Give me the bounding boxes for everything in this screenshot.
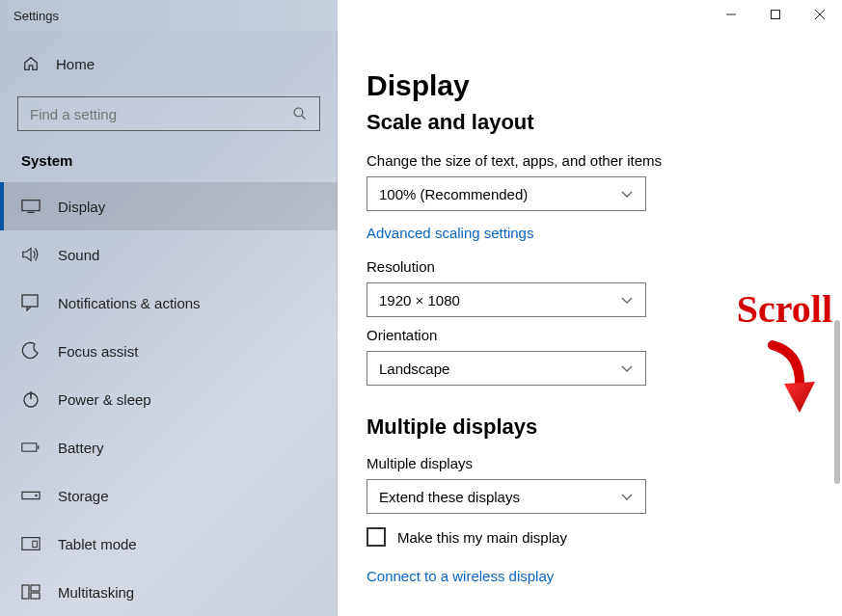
sidebar-item-label: Display — [58, 199, 105, 215]
chevron-down-icon — [620, 186, 634, 202]
svg-point-14 — [35, 495, 37, 496]
advanced-scaling-link[interactable]: Advanced scaling settings — [367, 225, 842, 241]
sidebar-item-label: Battery — [58, 440, 104, 456]
sidebar-item-tablet-mode[interactable]: Tablet mode — [0, 520, 338, 568]
power-icon — [21, 389, 41, 409]
svg-rect-11 — [22, 443, 37, 451]
page-title: Display — [367, 69, 842, 102]
section-heading-multiple: Multiple displays — [367, 415, 842, 440]
orientation-select[interactable]: Landscape — [367, 351, 646, 386]
svg-rect-18 — [31, 585, 40, 591]
checkbox-icon[interactable] — [367, 527, 386, 547]
svg-rect-8 — [22, 295, 38, 307]
svg-rect-16 — [33, 541, 38, 547]
svg-rect-19 — [31, 593, 40, 599]
sidebar-item-battery[interactable]: Battery — [0, 423, 338, 471]
resolution-select[interactable]: 1920 × 1080 — [367, 282, 646, 317]
sidebar-item-power[interactable]: Power & sleep — [0, 375, 338, 423]
focus-assist-icon — [21, 341, 41, 361]
close-button[interactable] — [798, 0, 842, 29]
maximize-button[interactable] — [753, 0, 798, 29]
scale-label: Change the size of text, apps, and other… — [367, 152, 842, 169]
chevron-down-icon — [620, 489, 634, 505]
sidebar-item-label: Power & sleep — [58, 391, 151, 408]
sidebar-item-storage[interactable]: Storage — [0, 471, 338, 520]
svg-rect-17 — [22, 585, 29, 599]
scrollbar[interactable] — [834, 320, 840, 484]
multitasking-icon — [21, 582, 41, 602]
home-link[interactable]: Home — [0, 48, 338, 79]
resolution-value: 1920 × 1080 — [379, 292, 460, 308]
display-icon — [21, 197, 41, 216]
search-input[interactable] — [17, 96, 320, 131]
main-display-checkbox-label: Make this my main display — [397, 529, 567, 546]
sidebar-item-label: Multitasking — [58, 584, 134, 601]
sidebar-item-label: Sound — [58, 247, 99, 263]
home-label: Home — [56, 56, 95, 72]
battery-icon — [21, 438, 41, 457]
storage-icon — [21, 486, 41, 505]
resolution-label: Resolution — [367, 258, 842, 275]
home-icon — [21, 54, 41, 73]
sidebar: Home System Display Sound Notificatio — [0, 31, 338, 616]
annotation-text: Scroll — [737, 286, 832, 332]
sidebar-item-label: Notifications & actions — [58, 295, 201, 311]
minimize-button[interactable] — [709, 0, 753, 29]
chevron-down-icon — [620, 292, 634, 308]
sidebar-item-display[interactable]: Display — [0, 182, 338, 230]
annotation-arrow-icon — [761, 339, 815, 416]
sidebar-item-focus-assist[interactable]: Focus assist — [0, 327, 338, 375]
svg-point-4 — [294, 108, 303, 117]
section-label: System — [0, 143, 338, 176]
orientation-value: Landscape — [379, 361, 449, 377]
search-field[interactable] — [30, 106, 290, 122]
multiple-displays-select[interactable]: Extend these displays — [367, 479, 646, 514]
sidebar-item-label: Focus assist — [58, 343, 138, 360]
multi-label: Multiple displays — [367, 455, 842, 471]
svg-line-5 — [302, 116, 306, 120]
sidebar-item-label: Storage — [58, 488, 109, 504]
multi-value: Extend these displays — [379, 489, 520, 505]
sidebar-item-notifications[interactable]: Notifications & actions — [0, 279, 338, 327]
window-title: Settings — [14, 9, 59, 23]
search-icon — [290, 104, 310, 123]
scale-value: 100% (Recommended) — [379, 186, 528, 202]
scale-select[interactable]: 100% (Recommended) — [367, 176, 646, 211]
title-bar: Settings — [0, 0, 842, 31]
section-heading-scale: Scale and layout — [367, 110, 842, 135]
tablet-icon — [21, 534, 41, 553]
sidebar-item-sound[interactable]: Sound — [0, 230, 338, 279]
nav-list: Display Sound Notifications & actions Fo… — [0, 182, 338, 616]
svg-rect-1 — [772, 11, 780, 19]
sound-icon — [21, 245, 41, 264]
wireless-display-link[interactable]: Connect to a wireless display — [367, 568, 842, 584]
notifications-icon — [21, 293, 41, 312]
svg-rect-12 — [38, 445, 40, 448]
svg-rect-6 — [22, 201, 40, 211]
sidebar-item-multitasking[interactable]: Multitasking — [0, 568, 338, 616]
main-display-checkbox-row[interactable]: Make this my main display — [367, 527, 842, 547]
sidebar-item-label: Tablet mode — [58, 536, 137, 552]
chevron-down-icon — [620, 361, 634, 377]
main-content: Display Scale and layout Change the size… — [338, 31, 842, 616]
